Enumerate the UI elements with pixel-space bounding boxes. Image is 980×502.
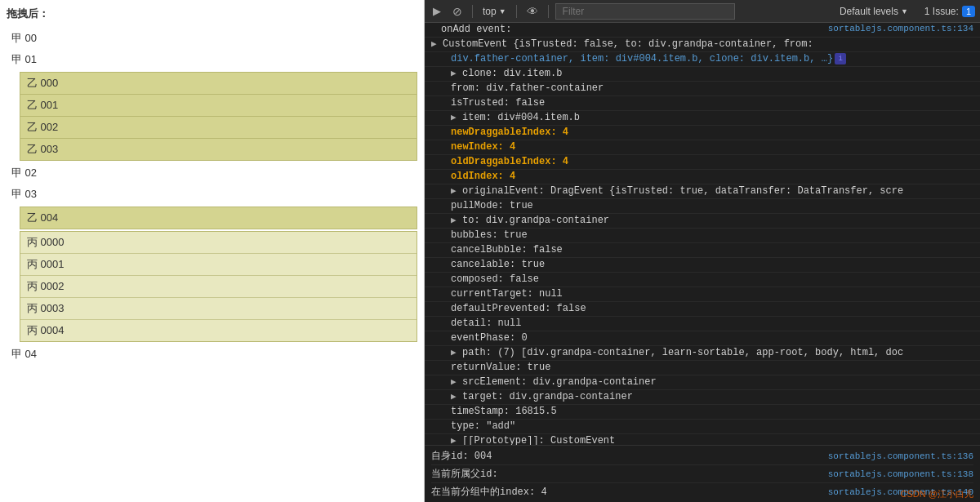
context-label: top: [483, 6, 497, 17]
list-item[interactable]: 丙 0003: [20, 298, 416, 320]
console-line: oldDraggableIndex: 4: [425, 155, 980, 170]
status-text: 当前所属父id:: [431, 467, 498, 481]
console-line: currentTarget: null: [425, 287, 980, 302]
console-line: ▶ [[Prototype]]: CustomEvent: [425, 434, 980, 445]
expand-arrow[interactable]: ▶: [451, 391, 459, 402]
log-text: cancelable: true: [451, 259, 545, 270]
toolbar-separator: [548, 5, 549, 18]
file-link[interactable]: sortablejs.component.ts:136: [810, 451, 973, 461]
block-icon[interactable]: ⊘: [449, 3, 466, 20]
console-line: ▶ CustomEvent {isTrusted: false, to: div…: [425, 38, 980, 52]
list-item[interactable]: 甲 03: [7, 184, 417, 205]
log-text: [[Prototype]]: CustomEvent: [462, 435, 615, 445]
pause-icon[interactable]: ▶: [430, 3, 444, 19]
expand-arrow[interactable]: ▶: [451, 68, 459, 78]
console-line: pullMode: true: [425, 199, 980, 214]
console-line: ▶ target: div.grandpa-container: [425, 390, 980, 405]
expand-arrow[interactable]: ▶: [451, 215, 459, 225]
list-item[interactable]: 甲 01: [7, 49, 417, 70]
console-output: onAdd event: sortablejs.component.ts:134…: [425, 23, 980, 445]
status-line: 当前所属父id: sortablejs.component.ts:138: [431, 465, 973, 483]
expand-arrow[interactable]: ▶: [431, 38, 439, 49]
issue-count-badge: 1: [962, 6, 975, 17]
console-line: returnValue: true: [425, 361, 980, 375]
expand-arrow[interactable]: ▶: [451, 435, 459, 445]
log-text: returnValue: true: [451, 362, 550, 373]
log-text: type: "add": [451, 420, 515, 432]
console-line: newIndex: 4: [425, 140, 980, 155]
toolbar-separator: [472, 5, 473, 18]
file-link[interactable]: sortablejs.component.ts:138: [810, 469, 973, 479]
context-dropdown[interactable]: top ▼: [479, 4, 510, 19]
filter-input[interactable]: [555, 3, 735, 20]
log-text: newDraggableIndex: 4: [451, 127, 568, 138]
eye-icon[interactable]: 👁: [523, 3, 541, 20]
log-text: item: div#004.item.b: [462, 112, 580, 123]
console-line: ▶ srcElement: div.grandpa-container: [425, 375, 980, 390]
list-item[interactable]: 甲 00: [7, 28, 417, 49]
right-panel: ▶ ⊘ top ▼ 👁 Default levels ▼ 1 Issue: 1 …: [425, 0, 980, 502]
log-text: CustomEvent {isTrusted: false, to: div.g…: [443, 38, 813, 50]
log-text: composed: false: [451, 273, 539, 285]
console-line: cancelBubble: false: [425, 243, 980, 258]
log-text: detail: null: [451, 318, 521, 329]
log-text: isTrusted: false: [451, 97, 545, 109]
log-text: eventPhase: 0: [451, 332, 528, 344]
devtools-toolbar: ▶ ⊘ top ▼ 👁 Default levels ▼ 1 Issue: 1: [425, 0, 980, 23]
console-line: newDraggableIndex: 4: [425, 126, 980, 140]
list-item[interactable]: 乙 001: [20, 95, 416, 117]
log-text: div.father-container, item: div#004.item…: [451, 53, 833, 64]
console-line: onAdd event: sortablejs.component.ts:134: [425, 23, 980, 38]
bing-group: 丙 0000 丙 0001 丙 0002 丙 0003 丙 0004: [20, 231, 417, 342]
toolbar-separator: [516, 5, 517, 18]
log-text: cancelBubble: false: [451, 244, 563, 255]
console-line: ▶ to: div.grandpa-container: [425, 214, 980, 229]
watermark: CSDN @江小白儿: [901, 488, 973, 500]
list-item[interactable]: 乙 003: [20, 139, 416, 160]
list-item[interactable]: 乙 004: [20, 207, 416, 229]
console-line: cancelable: true: [425, 258, 980, 273]
chevron-down-icon: ▼: [499, 7, 506, 16]
console-line: ▶ clone: div.item.b: [425, 67, 980, 82]
chevron-down-icon: ▼: [901, 7, 908, 16]
log-text: oldDraggableIndex: 4: [451, 156, 568, 167]
list-item[interactable]: 丙 0004: [20, 320, 416, 341]
default-levels-dropdown[interactable]: Default levels ▼: [835, 4, 913, 19]
left-panel: 拖拽后： 甲 00 甲 01 乙 000 乙 001 乙 002 乙 003 甲…: [0, 0, 425, 502]
log-text: originalEvent: DragEvent {isTrusted: tru…: [462, 185, 903, 197]
console-line: composed: false: [425, 273, 980, 287]
console-line: eventPhase: 0: [425, 331, 980, 346]
status-bar: 自身id: 004 sortablejs.component.ts:136 当前…: [425, 445, 980, 502]
console-line: timeStamp: 16815.5: [425, 405, 980, 420]
console-line: oldIndex: 4: [425, 170, 980, 184]
file-link[interactable]: sortablejs.component.ts:134: [810, 24, 973, 33]
console-line: defaultPrevented: false: [425, 302, 980, 317]
list-item[interactable]: 甲 04: [7, 344, 417, 365]
status-line: 自身id: 004 sortablejs.component.ts:136: [431, 447, 973, 465]
expand-arrow[interactable]: ▶: [451, 185, 459, 196]
log-text: defaultPrevented: false: [451, 303, 586, 314]
log-text: to: div.grandpa-container: [462, 215, 609, 226]
expand-arrow[interactable]: ▶: [451, 376, 459, 387]
list-item[interactable]: 甲 02: [7, 162, 417, 184]
log-text: from: div.father-container: [451, 82, 604, 94]
issue-badge-container[interactable]: 1 Issue: 1: [924, 6, 975, 17]
log-text: oldIndex: 4: [451, 171, 515, 182]
list-item[interactable]: 丙 0002: [20, 276, 416, 298]
status-line: 在当前分组中的index: 4 sortablejs.component.ts:…: [431, 483, 973, 500]
panel-title: 拖拽后：: [7, 7, 417, 21]
list-item[interactable]: 丙 0001: [20, 254, 416, 276]
console-line: isTrusted: false: [425, 96, 980, 111]
console-line: ▶ originalEvent: DragEvent {isTrusted: t…: [425, 184, 980, 199]
log-text: newIndex: 4: [451, 141, 515, 153]
console-line: bubbles: true: [425, 229, 980, 243]
log-text: clone: div.item.b: [462, 68, 562, 79]
list-item[interactable]: 丙 0000: [20, 232, 416, 254]
expand-arrow[interactable]: ▶: [451, 347, 459, 358]
list-item[interactable]: 乙 002: [20, 117, 416, 139]
expand-arrow[interactable]: ▶: [451, 112, 459, 122]
console-line: from: div.father-container: [425, 82, 980, 96]
log-text: srcElement: div.grandpa-container: [462, 376, 657, 388]
list-item[interactable]: 乙 000: [20, 73, 416, 95]
default-levels-label: Default levels: [840, 6, 898, 17]
